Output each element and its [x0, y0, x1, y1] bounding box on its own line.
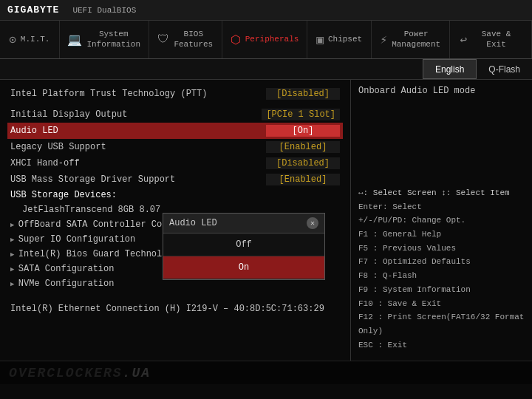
audio-led-label: Audio LED [10, 126, 266, 136]
saveexit-icon: ↩ [460, 33, 468, 47]
usb-storage-label: USB Storage Devices: [10, 190, 117, 200]
nav-tabs: ⊙ M.I.T. 💻 SystemInformation 🛡 BIOSFeatu… [0, 21, 532, 59]
xhci-value: [Disabled] [266, 157, 340, 169]
right-panel-description: Onboard Audio LED mode [358, 86, 525, 96]
mit-icon: ⊙ [9, 33, 16, 47]
display-output-label: Initial Display Output [10, 109, 262, 120]
sysinfo-icon: 💻 [67, 33, 82, 47]
tab-saveexit-label: Save & Exit [471, 30, 521, 49]
menu-item-legacy-usb[interactable]: Legacy USB Support [Enabled] [7, 139, 343, 155]
popup-option-on[interactable]: On [163, 256, 324, 279]
chipset-icon: ▣ [316, 33, 324, 47]
usb-mass-value: [Enabled] [266, 174, 340, 185]
menu-item-ptt[interactable]: Intel Platform Trust Technology (PTT) [D… [7, 86, 343, 102]
legacy-usb-value: [Enabled] [266, 141, 340, 153]
tab-sysinfo-label: SystemInformation [86, 30, 140, 49]
tab-saveexit[interactable]: ↩ Save & Exit [450, 21, 533, 58]
xhci-label: XHCI Hand-off [10, 158, 266, 168]
menu-item-audio-led[interactable]: Audio LED [On] [7, 123, 343, 139]
ptt-label: Intel Platform Trust Technology (PTT) [10, 89, 266, 99]
audio-led-value: [On] [266, 125, 340, 137]
help-line-f7: F7 : Optimized Defaults [358, 255, 525, 269]
menu-item-xhci[interactable]: XHCI Hand-off [Disabled] [7, 155, 343, 171]
uefi-label: UEFI DualBIOS [66, 6, 142, 15]
tab-mit-label: M.I.T. [21, 35, 50, 44]
qflash-button[interactable]: Q-Flash [477, 59, 532, 79]
brand-logo: GIGABYTE [0, 4, 66, 16]
popup-option-off[interactable]: Off [163, 233, 324, 256]
tab-mit[interactable]: ⊙ M.I.T. [0, 21, 60, 58]
peripherals-icon: ⬡ [231, 33, 241, 47]
help-line-f1: F1 : General Help [358, 228, 525, 242]
power-icon: ⚡ [381, 33, 388, 47]
help-line-esc: ESC : Exit [358, 338, 525, 352]
help-line-f8: F8 : Q-Flash [358, 269, 525, 283]
help-line-arrows: ↔: Select Screen ↕: Select Item [358, 186, 525, 200]
nvme-config-label: NVMe Configuration [10, 279, 340, 289]
top-bar: GIGABYTE UEFI DualBIOS [0, 0, 532, 21]
popup-title-bar: Audio LED ✕ [163, 214, 324, 233]
tab-biosfeatures-label: BIOSFeatures [174, 30, 213, 49]
left-panel: Intel Platform Trust Technology (PTT) [D… [0, 80, 351, 361]
main-content: Intel Platform Trust Technology (PTT) [D… [0, 80, 532, 361]
popup-title: Audio LED [169, 218, 217, 228]
biosfeatures-icon: 🛡 [157, 33, 169, 47]
menu-item-display-output[interactable]: Initial Display Output [PCIe 1 Slot] [7, 106, 343, 123]
usb-storage-header: USB Storage Devices: [7, 188, 343, 202]
help-line-enter: Enter: Select [358, 200, 525, 214]
legacy-usb-label: Legacy USB Support [10, 142, 266, 152]
help-line-f9: F9 : System Information [358, 283, 525, 297]
tab-power-label: PowerManagement [392, 30, 440, 49]
lang-bar: English Q-Flash [0, 59, 532, 80]
right-panel: Onboard Audio LED mode ↔: Select Screen … [351, 80, 532, 361]
tab-power[interactable]: ⚡ PowerManagement [372, 21, 449, 58]
bottom-logo: OVERCLOCKERS.UA [9, 366, 151, 381]
usb-mass-label: USB Mass Storage Driver Support [10, 174, 266, 185]
help-line-f10: F10 : Save & Exit [358, 297, 525, 311]
bottom-bar: OVERCLOCKERS.UA [0, 361, 532, 384]
audio-led-popup: Audio LED ✕ Off On [163, 213, 325, 280]
tab-sysinfo[interactable]: 💻 SystemInformation [60, 21, 149, 58]
tab-peripherals-label: Peripherals [245, 35, 299, 44]
tab-chipset[interactable]: ▣ Chipset [307, 21, 372, 58]
ptt-value: [Disabled] [266, 88, 340, 100]
tab-chipset-label: Chipset [328, 35, 362, 44]
help-line-f12: F12 : Print Screen(FAT16/32 Format Only) [358, 310, 525, 338]
tab-peripherals[interactable]: ⬡ Peripherals [222, 21, 308, 58]
help-line-f5: F5 : Previous Values [358, 242, 525, 256]
key-help: ↔: Select Screen ↕: Select Item Enter: S… [358, 186, 525, 352]
help-line-opt: +/-/PU/PD: Change Opt. [358, 214, 525, 228]
display-output-value: [PCIe 1 Slot] [262, 109, 340, 120]
menu-item-usb-mass[interactable]: USB Mass Storage Driver Support [Enabled… [7, 171, 343, 188]
ethernet-label: Intel(R) Ethernet Connection (H) I219-V … [10, 304, 340, 314]
menu-item-ethernet: Intel(R) Ethernet Connection (H) I219-V … [7, 301, 343, 316]
lang-english-button[interactable]: English [423, 59, 477, 79]
popup-close-button[interactable]: ✕ [307, 217, 318, 229]
tab-biosfeatures[interactable]: 🛡 BIOSFeatures [149, 21, 222, 58]
